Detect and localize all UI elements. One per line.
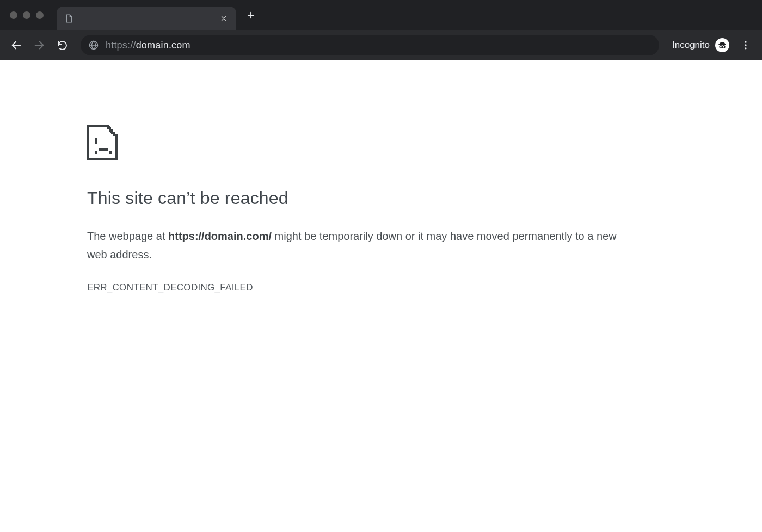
svg-rect-7 <box>108 126 110 128</box>
globe-icon <box>88 40 99 51</box>
svg-point-2 <box>720 46 722 48</box>
error-heading: This site can’t be reached <box>87 188 762 208</box>
error-desc-url: https://domain.com/ <box>168 230 272 242</box>
svg-rect-12 <box>95 151 97 154</box>
svg-point-6 <box>745 47 746 49</box>
plus-icon <box>246 10 256 20</box>
incognito-icon <box>715 38 729 52</box>
toolbar: https://domain.com Incognito <box>0 30 762 60</box>
window-minimize-button[interactable] <box>23 11 30 19</box>
kebab-menu-icon <box>740 40 751 51</box>
incognito-indicator[interactable]: Incognito <box>667 38 733 52</box>
svg-rect-1 <box>718 44 726 45</box>
svg-point-3 <box>722 46 725 48</box>
reload-icon <box>57 40 68 51</box>
incognito-label: Incognito <box>672 40 710 51</box>
error-page: This site can’t be reached The webpage a… <box>0 60 762 293</box>
tab-favicon-page-icon <box>64 14 74 23</box>
reload-button[interactable] <box>52 35 72 55</box>
site-info-button[interactable] <box>88 40 99 51</box>
arrow-right-icon <box>33 39 45 51</box>
svg-rect-8 <box>110 131 112 133</box>
tab-close-button[interactable] <box>219 14 229 23</box>
url-text: https://domain.com <box>106 40 190 51</box>
back-button[interactable] <box>7 35 26 55</box>
new-tab-button[interactable] <box>242 6 260 24</box>
window-close-button[interactable] <box>10 11 17 19</box>
svg-rect-10 <box>95 138 97 144</box>
address-bar[interactable]: https://domain.com <box>81 35 659 55</box>
forward-button[interactable] <box>29 35 49 55</box>
tab-strip <box>0 0 762 30</box>
error-desc-prefix: The webpage at <box>87 230 168 242</box>
url-scheme: https:// <box>106 40 136 51</box>
browser-tab[interactable] <box>57 7 236 30</box>
svg-point-4 <box>745 41 746 43</box>
error-code: ERR_CONTENT_DECODING_FAILED <box>87 282 762 293</box>
svg-rect-13 <box>109 151 112 154</box>
browser-menu-button[interactable] <box>736 35 755 55</box>
error-description: The webpage at https://domain.com/ might… <box>87 227 631 264</box>
svg-rect-11 <box>99 148 108 151</box>
svg-point-5 <box>745 44 746 46</box>
window-controls <box>4 11 51 19</box>
sad-page-icon <box>87 125 120 161</box>
window-zoom-button[interactable] <box>36 11 44 19</box>
browser-chrome: https://domain.com Incognito <box>0 0 762 60</box>
close-icon <box>220 15 228 22</box>
arrow-left-icon <box>10 39 22 51</box>
url-host: domain.com <box>136 40 190 51</box>
svg-rect-9 <box>113 133 115 135</box>
